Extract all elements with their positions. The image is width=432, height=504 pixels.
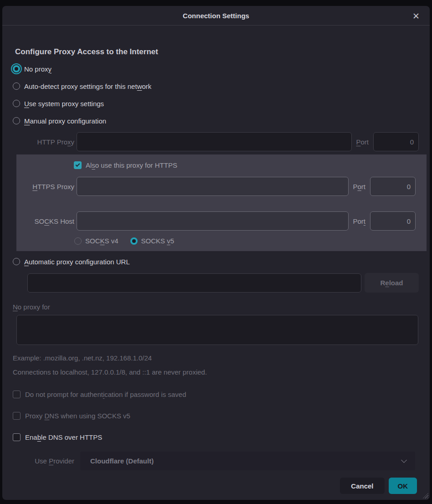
https-proxy-label: HTTPS Proxy	[16, 183, 74, 190]
screen-background: Connection Settings ✕ Configure Proxy Ac…	[0, 0, 432, 504]
close-icon: ✕	[412, 12, 420, 21]
radio-socks-v4-label: SOCKS v4	[85, 237, 118, 245]
socks-port-label: Port	[353, 217, 365, 225]
doh-provider-select[interactable]: Cloudflare (Default)	[80, 452, 415, 470]
http-port-label: Port	[356, 138, 369, 146]
no-proxy-example-text: Example: .mozilla.org, .net.nz, 192.168.…	[13, 354, 419, 362]
auto-proxy-url-input[interactable]	[27, 273, 361, 293]
radio-row-no-proxy[interactable]: No proxy	[13, 64, 419, 74]
ok-button[interactable]: OK	[389, 478, 417, 494]
https-port-label: Port	[353, 183, 365, 190]
dialog-footer: Cancel OK	[13, 478, 419, 494]
doh-provider-selected-value: Cloudflare (Default)	[90, 457, 154, 465]
http-proxy-label: HTTP Proxy	[13, 138, 74, 146]
radio-system-proxy[interactable]	[13, 100, 20, 107]
https-socks-highlight-band: Also use this proxy for HTTPS HTTPS Prox…	[16, 154, 427, 251]
radio-socks-v5[interactable]	[130, 237, 138, 245]
socks-host-row: SOCKS Host Port	[16, 211, 416, 231]
http-proxy-input[interactable]	[77, 132, 352, 151]
checkbox-row-proxy-dns-socks5[interactable]: Proxy DNS when using SOCKS v5	[13, 411, 419, 421]
https-proxy-row: HTTPS Proxy Port	[16, 177, 416, 196]
checkmark-icon	[76, 162, 80, 167]
radio-no-proxy[interactable]	[13, 65, 20, 72]
checkbox-no-prompt-auth[interactable]	[13, 391, 21, 398]
dialog-titlebar: Connection Settings ✕	[2, 6, 430, 26]
radio-auto-proxy-url-label: Automatic proxy configuration URL	[24, 258, 130, 266]
checkbox-enable-doh[interactable]	[13, 433, 21, 441]
checkbox-enable-doh-label: Enable DNS over HTTPS	[25, 433, 102, 441]
socks-host-input[interactable]	[77, 211, 349, 231]
connection-settings-dialog: Connection Settings ✕ Configure Proxy Ac…	[2, 6, 430, 500]
https-checkbox-label: Also use this proxy for HTTPS	[86, 161, 177, 169]
radio-manual-proxy[interactable]	[13, 117, 20, 124]
radio-row-auto-detect[interactable]: Auto-detect proxy settings for this netw…	[13, 81, 419, 91]
close-button[interactable]: ✕	[410, 10, 422, 22]
radio-auto-proxy-url[interactable]	[13, 258, 20, 265]
https-checkbox-row[interactable]: Also use this proxy for HTTPS	[74, 160, 416, 170]
socks-port-input[interactable]	[370, 211, 416, 231]
radio-auto-detect-label: Auto-detect proxy settings for this netw…	[24, 82, 151, 90]
reload-button[interactable]: Reload	[365, 273, 419, 293]
dialog-content: Configure Proxy Access to the Internet N…	[2, 26, 430, 500]
radio-auto-detect[interactable]	[13, 82, 20, 90]
radio-row-auto-proxy-url[interactable]: Automatic proxy configuration URL	[13, 257, 419, 267]
http-proxy-row: HTTP Proxy Port	[13, 132, 419, 151]
radio-system-proxy-label: Use system proxy settings	[24, 100, 104, 108]
checkbox-row-enable-doh[interactable]: Enable DNS over HTTPS	[13, 432, 419, 442]
checkbox-proxy-dns-socks5-label: Proxy DNS when using SOCKS v5	[25, 412, 130, 420]
page-title: Configure Proxy Access to the Internet	[15, 47, 419, 57]
radio-socks-v4[interactable]	[74, 237, 82, 245]
radio-no-proxy-label: No proxy	[24, 65, 51, 73]
chevron-down-icon	[401, 457, 407, 463]
no-proxy-note-text: Connections to localhost, 127.0.0.1/8, a…	[13, 368, 419, 376]
radio-socks-v5-label: SOCKS v5	[141, 237, 175, 245]
https-proxy-input[interactable]	[77, 177, 349, 196]
http-port-input[interactable]	[373, 132, 419, 151]
https-port-input[interactable]	[370, 177, 416, 196]
cancel-button[interactable]: Cancel	[340, 478, 384, 494]
radio-row-system-proxy[interactable]: Use system proxy settings	[13, 98, 419, 108]
socks-version-row: SOCKS v4 SOCKS v5	[74, 237, 416, 245]
socks-host-label: SOCKS Host	[16, 217, 74, 225]
no-proxy-for-textarea[interactable]	[16, 315, 418, 345]
checkbox-use-proxy-for-https[interactable]	[74, 161, 82, 169]
use-provider-label: Use Provider	[13, 457, 74, 465]
no-proxy-for-label: No proxy for	[13, 303, 419, 311]
checkbox-row-no-prompt-auth[interactable]: Do not prompt for authentication if pass…	[13, 389, 419, 399]
doh-provider-row: Use Provider Cloudflare (Default)	[13, 452, 415, 470]
auto-proxy-url-row: Reload	[27, 273, 419, 293]
checkbox-no-prompt-auth-label: Do not prompt for authentication if pass…	[25, 391, 186, 398]
radio-manual-proxy-label: Manual proxy configuration	[24, 117, 106, 125]
dialog-title: Connection Settings	[183, 12, 249, 20]
radio-row-manual-proxy[interactable]: Manual proxy configuration	[13, 116, 419, 126]
checkbox-proxy-dns-socks5[interactable]	[13, 412, 21, 420]
